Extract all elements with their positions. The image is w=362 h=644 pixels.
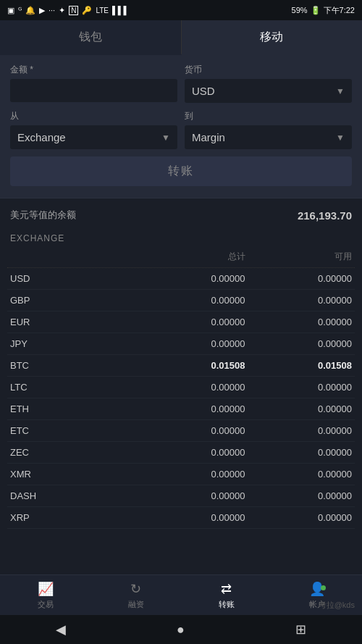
watermark: 考拉@kds [319,600,355,611]
cell-name: ZEC [10,447,138,458]
table-row: USD 0.00000 0.00000 [7,268,355,290]
transfer-btn-row: 转账 [10,156,352,186]
cell-avail: 0.01508 [245,360,353,371]
to-value: Margin [192,131,225,143]
transfer-form: 金额 * 货币 USD ▼ 从 Exchange ▼ 到 Margin ▼ [0,55,362,198]
icon-dots: ··· [49,6,55,14]
nav-item-trade[interactable]: 📈 交易 [0,575,90,615]
cell-name: JPY [10,338,138,349]
cell-avail: 0.00000 [245,425,353,436]
tab-wallet[interactable]: 钱包 [0,20,182,55]
cell-avail: 0.00000 [245,273,353,284]
signal-bars: ▌▌▌ [112,6,129,14]
balance-value: 216,193.70 [298,209,352,222]
cell-avail: 0.00000 [245,490,353,501]
to-label: 到 [185,110,352,122]
cell-avail: 0.00000 [245,512,353,523]
currency-select[interactable]: USD ▼ [185,79,352,103]
exchange-table: EXCHANGE 总计 可用 USD 0.00000 0.00000 GBP 0… [0,227,362,573]
table-row: XMR 0.00000 0.00000 [7,464,355,485]
icon-square: ▣ [7,6,14,15]
cell-total: 0.00000 [138,447,245,458]
balance-section: 美元等值的余额 216,193.70 [0,198,362,227]
cell-avail: 0.00000 [245,382,353,393]
from-to-row: 从 Exchange ▼ 到 Margin ▼ [10,110,352,149]
fund-icon: ↻ [130,581,141,597]
amount-input[interactable] [10,79,177,102]
cell-total: 0.01508 [138,360,245,371]
cell-name: USD [10,273,138,284]
table-row: EUR 0.00000 0.00000 [7,311,355,333]
trade-icon: 📈 [38,581,54,597]
nav-label-trade: 交易 [38,599,54,610]
col-header-avail: 可用 [245,251,353,263]
currency-group: 货币 USD ▼ [185,64,352,103]
cell-name: DASH [10,490,138,501]
to-arrow-icon: ▼ [336,133,345,143]
cell-name: XMR [10,469,138,480]
cell-name: ETC [10,425,138,436]
table-row: DASH 0.00000 0.00000 [7,485,355,507]
currency-label: 货币 [185,64,352,76]
table-row: JPY 0.00000 0.00000 [7,333,355,355]
table-row: GBP 0.00000 0.00000 [7,290,355,311]
nav-item-fund[interactable]: ↻ 融资 [90,575,181,615]
table-row: ETC 0.00000 0.00000 [7,420,355,442]
cell-total: 0.00000 [138,295,245,306]
cell-total: 0.00000 [138,490,245,501]
cell-total: 0.00000 [138,382,245,393]
cell-name: XRP [10,512,138,523]
cell-name: ETH [10,403,138,414]
icon-play: ▶ [39,6,45,15]
from-group: 从 Exchange ▼ [10,110,177,149]
status-right-info: 59% 🔋 下午7:22 [292,5,355,16]
to-group: 到 Margin ▼ [185,110,352,149]
cell-avail: 0.00000 [245,317,353,327]
home-button[interactable]: ● [177,622,185,637]
cell-total: 0.00000 [138,273,245,284]
status-left-icons: ▣ ᴳ 🔔 ▶ ··· ✦ N 🔑 LTE ▌▌▌ [7,6,129,15]
amount-group: 金额 * [10,64,177,103]
bottom-nav: 📈 交易 ↻ 融资 ⇄ 转账 👤 帐户 [0,574,362,615]
cell-name: EUR [10,317,138,327]
account-dot [321,585,326,590]
nav-label-fund: 融资 [128,599,144,610]
exchange-section-label: EXCHANGE [7,227,355,246]
main-tabs: 钱包 移动 [0,20,362,55]
icon-nfc: N [69,6,78,15]
cell-avail: 0.00000 [245,295,353,306]
cell-name: LTC [10,382,138,393]
currency-arrow-icon: ▼ [336,86,345,96]
battery-pct: 59% [292,6,308,14]
currency-value: USD [192,85,215,97]
cell-total: 0.00000 [138,512,245,523]
battery-icon: 🔋 [311,6,321,15]
menu-button[interactable]: ⊞ [295,622,306,637]
icon-bell: 🔔 [25,6,35,15]
from-label: 从 [10,110,177,122]
from-value: Exchange [17,131,66,143]
time-display: 下午7:22 [324,5,355,16]
table-row: ETH 0.00000 0.00000 [7,398,355,420]
cell-total: 0.00000 [138,403,245,414]
icon-bluetooth: ✦ [59,6,65,15]
cell-avail: 0.00000 [245,403,353,414]
amount-currency-row: 金额 * 货币 USD ▼ [10,64,352,103]
col-header-name [10,251,138,263]
cell-name: BTC [10,360,138,371]
balance-label: 美元等值的余额 [10,209,76,222]
icon-h: ᴳ [18,6,22,15]
status-bar: ▣ ᴳ 🔔 ▶ ··· ✦ N 🔑 LTE ▌▌▌ 59% 🔋 下午7:22 [0,0,362,20]
to-select[interactable]: Margin ▼ [185,125,352,149]
cell-avail: 0.00000 [245,447,353,458]
back-button[interactable]: ◀ [56,622,66,637]
table-body: USD 0.00000 0.00000 GBP 0.00000 0.00000 … [7,268,355,529]
from-select[interactable]: Exchange ▼ [10,125,177,149]
transfer-button[interactable]: 转账 [10,156,352,186]
table-row: LTC 0.00000 0.00000 [7,377,355,398]
nav-label-transfer: 转账 [219,599,235,610]
nav-item-transfer[interactable]: ⇄ 转账 [181,575,272,615]
table-header: 总计 可用 [7,246,355,268]
tab-mobile[interactable]: 移动 [182,20,363,55]
cell-avail: 0.00000 [245,338,353,349]
